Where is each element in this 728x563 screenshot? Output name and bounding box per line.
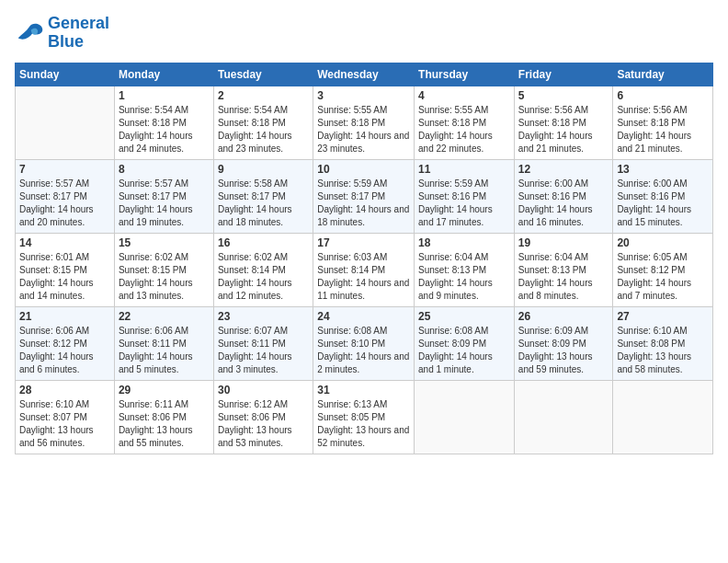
day-number: 13	[617, 163, 709, 176]
day-number: 31	[317, 384, 410, 396]
day-number: 3	[317, 89, 410, 102]
day-of-week-header: Monday	[114, 63, 213, 86]
day-info: Sunrise: 5:57 AM Sunset: 8:17 PM Dayligh…	[119, 178, 210, 229]
day-number: 7	[19, 163, 110, 176]
calendar-cell: 23Sunrise: 6:07 AM Sunset: 8:11 PM Dayli…	[213, 306, 313, 380]
day-info: Sunrise: 6:10 AM Sunset: 8:08 PM Dayligh…	[617, 325, 709, 376]
day-info: Sunrise: 5:55 AM Sunset: 8:18 PM Dayligh…	[317, 104, 410, 155]
calendar-table: SundayMondayTuesdayWednesdayThursdayFrid…	[15, 63, 713, 454]
day-info: Sunrise: 5:54 AM Sunset: 8:18 PM Dayligh…	[218, 104, 309, 155]
day-info: Sunrise: 5:54 AM Sunset: 8:18 PM Dayligh…	[119, 104, 210, 155]
calendar-cell: 16Sunrise: 6:02 AM Sunset: 8:14 PM Dayli…	[213, 233, 313, 306]
day-number: 18	[418, 236, 510, 249]
day-number: 19	[518, 236, 609, 249]
calendar-week-row: 21Sunrise: 6:06 AM Sunset: 8:12 PM Dayli…	[16, 306, 713, 380]
day-info: Sunrise: 5:57 AM Sunset: 8:17 PM Dayligh…	[19, 178, 110, 229]
calendar-cell: 8Sunrise: 5:57 AM Sunset: 8:17 PM Daylig…	[114, 159, 213, 233]
day-number: 14	[19, 236, 110, 249]
day-number: 28	[19, 384, 110, 396]
day-number: 2	[218, 89, 309, 102]
day-number: 21	[19, 310, 110, 323]
calendar-cell	[514, 380, 613, 454]
day-number: 9	[218, 163, 309, 176]
day-info: Sunrise: 6:04 AM Sunset: 8:13 PM Dayligh…	[518, 251, 609, 303]
calendar-cell: 14Sunrise: 6:01 AM Sunset: 8:15 PM Dayli…	[16, 233, 115, 306]
day-info: Sunrise: 6:09 AM Sunset: 8:09 PM Dayligh…	[518, 325, 609, 376]
day-info: Sunrise: 6:07 AM Sunset: 8:11 PM Dayligh…	[218, 325, 309, 376]
calendar-week-row: 7Sunrise: 5:57 AM Sunset: 8:17 PM Daylig…	[16, 159, 713, 233]
calendar-cell: 5Sunrise: 5:56 AM Sunset: 8:18 PM Daylig…	[514, 86, 613, 159]
calendar-cell	[16, 86, 115, 159]
day-info: Sunrise: 5:59 AM Sunset: 8:17 PM Dayligh…	[317, 178, 410, 229]
calendar-cell	[415, 380, 515, 454]
day-info: Sunrise: 6:06 AM Sunset: 8:12 PM Dayligh…	[19, 325, 110, 376]
day-info: Sunrise: 6:00 AM Sunset: 8:16 PM Dayligh…	[617, 178, 709, 229]
calendar-cell: 27Sunrise: 6:10 AM Sunset: 8:08 PM Dayli…	[613, 306, 713, 380]
calendar-header-row: SundayMondayTuesdayWednesdayThursdayFrid…	[16, 63, 713, 86]
day-info: Sunrise: 5:55 AM Sunset: 8:18 PM Dayligh…	[418, 104, 510, 155]
calendar-cell: 17Sunrise: 6:03 AM Sunset: 8:14 PM Dayli…	[313, 233, 415, 306]
day-number: 16	[218, 236, 309, 249]
day-info: Sunrise: 6:01 AM Sunset: 8:15 PM Dayligh…	[19, 251, 110, 303]
day-number: 12	[518, 163, 609, 176]
logo-text: General Blue	[48, 15, 109, 52]
day-info: Sunrise: 5:56 AM Sunset: 8:18 PM Dayligh…	[518, 104, 609, 155]
calendar-cell: 28Sunrise: 6:10 AM Sunset: 8:07 PM Dayli…	[16, 380, 115, 454]
calendar-cell: 29Sunrise: 6:11 AM Sunset: 8:06 PM Dayli…	[114, 380, 213, 454]
day-number: 27	[617, 310, 709, 323]
day-info: Sunrise: 6:03 AM Sunset: 8:14 PM Dayligh…	[317, 251, 410, 303]
day-number: 29	[119, 384, 210, 396]
calendar-week-row: 14Sunrise: 6:01 AM Sunset: 8:15 PM Dayli…	[16, 233, 713, 306]
day-info: Sunrise: 6:11 AM Sunset: 8:06 PM Dayligh…	[119, 398, 210, 450]
day-number: 22	[119, 310, 210, 323]
day-number: 26	[518, 310, 609, 323]
day-info: Sunrise: 6:12 AM Sunset: 8:06 PM Dayligh…	[218, 398, 309, 450]
day-of-week-header: Thursday	[415, 63, 515, 86]
day-number: 4	[418, 89, 510, 102]
calendar-cell: 24Sunrise: 6:08 AM Sunset: 8:10 PM Dayli…	[313, 306, 415, 380]
day-info: Sunrise: 6:08 AM Sunset: 8:10 PM Dayligh…	[317, 325, 410, 376]
calendar-cell	[613, 380, 713, 454]
day-number: 15	[119, 236, 210, 249]
day-number: 10	[317, 163, 410, 176]
calendar-cell: 13Sunrise: 6:00 AM Sunset: 8:16 PM Dayli…	[613, 159, 713, 233]
calendar-cell: 21Sunrise: 6:06 AM Sunset: 8:12 PM Dayli…	[16, 306, 115, 380]
calendar-cell: 6Sunrise: 5:56 AM Sunset: 8:18 PM Daylig…	[613, 86, 713, 159]
day-number: 11	[418, 163, 510, 176]
logo-icon	[15, 20, 44, 46]
calendar-cell: 4Sunrise: 5:55 AM Sunset: 8:18 PM Daylig…	[415, 86, 515, 159]
day-info: Sunrise: 6:08 AM Sunset: 8:09 PM Dayligh…	[418, 325, 510, 376]
day-info: Sunrise: 5:58 AM Sunset: 8:17 PM Dayligh…	[218, 178, 309, 229]
day-info: Sunrise: 6:10 AM Sunset: 8:07 PM Dayligh…	[19, 398, 110, 450]
day-of-week-header: Sunday	[16, 63, 115, 86]
day-number: 17	[317, 236, 410, 249]
calendar-cell: 15Sunrise: 6:02 AM Sunset: 8:15 PM Dayli…	[114, 233, 213, 306]
day-number: 8	[119, 163, 210, 176]
calendar-cell: 7Sunrise: 5:57 AM Sunset: 8:17 PM Daylig…	[16, 159, 115, 233]
day-info: Sunrise: 6:02 AM Sunset: 8:14 PM Dayligh…	[218, 251, 309, 303]
calendar-cell: 12Sunrise: 6:00 AM Sunset: 8:16 PM Dayli…	[514, 159, 613, 233]
day-of-week-header: Wednesday	[313, 63, 415, 86]
day-number: 5	[518, 89, 609, 102]
day-number: 20	[617, 236, 709, 249]
logo: General Blue	[15, 15, 109, 52]
day-of-week-header: Friday	[514, 63, 613, 86]
calendar-cell: 2Sunrise: 5:54 AM Sunset: 8:18 PM Daylig…	[213, 86, 313, 159]
calendar-cell: 31Sunrise: 6:13 AM Sunset: 8:05 PM Dayli…	[313, 380, 415, 454]
day-info: Sunrise: 6:00 AM Sunset: 8:16 PM Dayligh…	[518, 178, 609, 229]
calendar-cell: 19Sunrise: 6:04 AM Sunset: 8:13 PM Dayli…	[514, 233, 613, 306]
day-number: 6	[617, 89, 709, 102]
calendar-cell: 10Sunrise: 5:59 AM Sunset: 8:17 PM Dayli…	[313, 159, 415, 233]
day-info: Sunrise: 6:04 AM Sunset: 8:13 PM Dayligh…	[418, 251, 510, 303]
day-of-week-header: Tuesday	[213, 63, 313, 86]
calendar-cell: 3Sunrise: 5:55 AM Sunset: 8:18 PM Daylig…	[313, 86, 415, 159]
day-number: 1	[119, 89, 210, 102]
day-info: Sunrise: 6:02 AM Sunset: 8:15 PM Dayligh…	[119, 251, 210, 303]
calendar-cell: 9Sunrise: 5:58 AM Sunset: 8:17 PM Daylig…	[213, 159, 313, 233]
calendar-cell: 22Sunrise: 6:06 AM Sunset: 8:11 PM Dayli…	[114, 306, 213, 380]
calendar-cell: 11Sunrise: 5:59 AM Sunset: 8:16 PM Dayli…	[415, 159, 515, 233]
day-info: Sunrise: 5:56 AM Sunset: 8:18 PM Dayligh…	[617, 104, 709, 155]
day-info: Sunrise: 5:59 AM Sunset: 8:16 PM Dayligh…	[418, 178, 510, 229]
calendar-cell: 26Sunrise: 6:09 AM Sunset: 8:09 PM Dayli…	[514, 306, 613, 380]
day-info: Sunrise: 6:06 AM Sunset: 8:11 PM Dayligh…	[119, 325, 210, 376]
